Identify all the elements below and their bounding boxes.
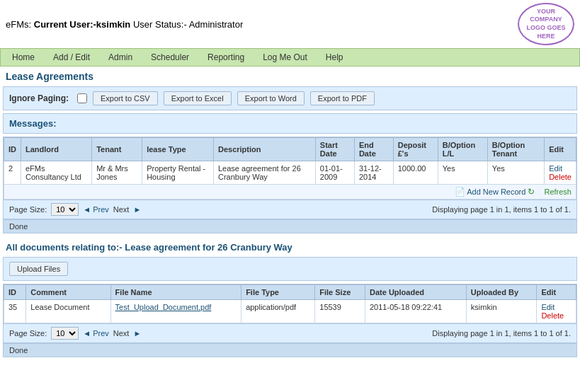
edit-link[interactable]: Edit [549, 164, 572, 173]
doc-cell-date-uploaded: 2011-05-18 09:22:41 [365, 300, 467, 323]
lease-table: ID Landlord Tenant lease Type Descriptio… [4, 137, 576, 200]
user-role: Administrator [189, 19, 244, 30]
page-size-select[interactable]: 10 25 50 [51, 203, 79, 216]
cell-start-date: 01-01-2009 [315, 161, 354, 185]
ignore-paging-label: Ignore Paging: [9, 93, 69, 103]
header-title: eFMs: Current User:-ksimkin User Status:… [6, 19, 243, 30]
nav-logout[interactable]: Log Me Out [254, 50, 316, 64]
lease-table-footer: Page Size: 10 25 50 ◄ Prev Next ► Displa… [3, 200, 577, 219]
doc-col-id: ID [4, 285, 26, 300]
doc-cell-filename: Test_Upload_Document.pdf [110, 300, 241, 323]
doc-table-row: 35 Lease Document Test_Upload_Document.p… [4, 300, 576, 323]
doc-pagesize-row: Page Size: 10 25 50 ◄ Prev Next ► [9, 327, 141, 340]
add-icon: 📄 [455, 187, 465, 197]
doc-next-button[interactable]: ► [133, 329, 141, 338]
messages-label: Messages: [9, 118, 56, 129]
table-row: 2 eFMs Consultancy Ltd Mr & Mrs Jones Pr… [4, 161, 576, 185]
doc-prev-button[interactable]: ◄ Prev [83, 329, 109, 338]
refresh-link[interactable]: Refresh [544, 188, 572, 196]
col-end-date: End Date [354, 138, 393, 161]
export-pdf-button[interactable]: Export to PDF [310, 91, 375, 105]
doc-col-comment: Comment [26, 285, 110, 300]
export-word-button[interactable]: Export to Word [237, 91, 305, 105]
cell-description: Lease agreement for 26 Cranbury Way [213, 161, 315, 185]
doc-cell-id: 35 [4, 300, 26, 323]
doc-edit-link[interactable]: Edit [541, 303, 572, 311]
ignore-paging-checkbox[interactable] [77, 93, 87, 103]
add-new-record-link[interactable]: Add New Record [467, 188, 525, 196]
documents-table-container: ID Comment File Name File Type File Size… [3, 284, 577, 324]
current-user: Current User:-ksimkin [34, 19, 131, 30]
toolbar-row: Ignore Paging: Export to CSV Export to E… [9, 91, 571, 105]
col-lease-type: lease Type [142, 138, 214, 161]
header: eFMs: Current User:-ksimkin User Status:… [0, 0, 580, 48]
doc-page-size-select[interactable]: 10 25 50 [51, 327, 79, 340]
doc-cell-edit-actions: Edit Delete [537, 300, 576, 323]
done-bar-2: Done [3, 343, 577, 357]
page-title: Lease Agreements [0, 67, 580, 86]
cell-lease-type: Property Rental - Housing [142, 161, 214, 185]
col-edit: Edit [545, 138, 576, 161]
next-label: Next [113, 205, 130, 214]
col-description: Description [213, 138, 315, 161]
doc-col-edit: Edit [537, 285, 576, 300]
doc-col-uploaded-by: Uploaded By [466, 285, 537, 300]
cell-deposit: 1000.00 [393, 161, 438, 185]
col-id: ID [4, 138, 21, 161]
documents-section-title: All documents relating to:- Lease agreem… [0, 238, 580, 257]
done-bar-1: Done [3, 219, 577, 234]
cell-tenant: Mr & Mrs Jones [92, 161, 142, 185]
cell-boption-tenant: Yes [487, 161, 544, 185]
doc-cell-filetype: application/pdf [241, 300, 315, 323]
nav-add-edit[interactable]: Add / Edit [45, 50, 98, 64]
nav-reporting[interactable]: Reporting [199, 50, 253, 64]
doc-next-label: Next [113, 329, 130, 338]
nav-admin[interactable]: Admin [100, 50, 141, 64]
doc-col-filesize: File Size [315, 285, 365, 300]
add-refresh-cell: 📄 Add New Record ↻ Refresh [4, 185, 576, 200]
doc-cell-comment: Lease Document [26, 300, 110, 323]
lease-table-container: ID Landlord Tenant lease Type Descriptio… [3, 137, 577, 200]
doc-page-size-label: Page Size: [9, 329, 47, 338]
prev-button[interactable]: ◄ Prev [83, 205, 109, 214]
doc-displaying-info: Displaying page 1 in 1, items 1 to 1 of … [432, 329, 571, 338]
col-start-date: Start Date [315, 138, 354, 161]
col-boption-ll: B/Option L/L [438, 138, 487, 161]
export-csv-button[interactable]: Export to CSV [93, 91, 158, 105]
refresh-icon: ↻ [528, 187, 535, 197]
app-name: eFMs: [6, 19, 31, 30]
upload-panel: Upload Files [3, 257, 577, 281]
cell-end-date: 31-12-2014 [354, 161, 393, 185]
navigation: Home Add / Edit Admin Scheduler Reportin… [0, 48, 580, 67]
delete-link[interactable]: Delete [549, 173, 572, 181]
col-deposit: Deposit £'s [393, 138, 438, 161]
doc-col-date-uploaded: Date Uploaded [365, 285, 467, 300]
add-refresh-row: 📄 Add New Record ↻ Refresh [4, 185, 576, 200]
next-button[interactable]: ► [133, 205, 141, 214]
nav-scheduler[interactable]: Scheduler [142, 50, 198, 64]
nav-home[interactable]: Home [4, 50, 43, 64]
company-logo: YOUR COMPANY LOGO GOES HERE [518, 3, 574, 45]
displaying-info: Displaying page 1 in 1, items 1 to 1 of … [432, 205, 571, 214]
cell-landlord: eFMs Consultancy Ltd [21, 161, 92, 185]
doc-cell-uploaded-by: ksimkin [466, 300, 537, 323]
cell-id: 2 [4, 161, 21, 185]
documents-table: ID Comment File Name File Type File Size… [4, 284, 576, 323]
messages-panel: Messages: [3, 113, 577, 134]
file-link[interactable]: Test_Upload_Document.pdf [115, 303, 212, 311]
upload-files-button[interactable]: Upload Files [9, 262, 68, 276]
user-status-label: User Status:- [133, 19, 187, 30]
cell-boption-ll: Yes [438, 161, 487, 185]
documents-table-footer: Page Size: 10 25 50 ◄ Prev Next ► Displa… [3, 324, 577, 343]
col-boption-tenant: B/Option Tenant [487, 138, 544, 161]
nav-help[interactable]: Help [317, 50, 352, 64]
doc-cell-filesize: 15539 [315, 300, 365, 323]
col-tenant: Tenant [92, 138, 142, 161]
toolbar-panel: Ignore Paging: Export to CSV Export to E… [3, 86, 577, 110]
cell-edit-actions: Edit Delete [545, 161, 576, 185]
col-landlord: Landlord [21, 138, 92, 161]
export-excel-button[interactable]: Export to Excel [164, 91, 232, 105]
doc-col-filetype: File Type [241, 285, 315, 300]
page-size-label: Page Size: [9, 205, 47, 214]
doc-delete-link[interactable]: Delete [541, 311, 572, 320]
